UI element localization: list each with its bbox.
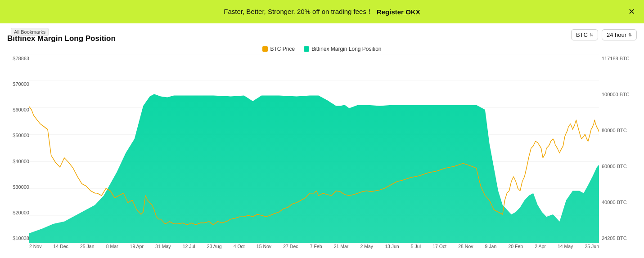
register-okx-link[interactable]: Register OKX xyxy=(377,8,420,16)
main-chart xyxy=(29,54,599,243)
chevron-up-down-icon: ⇅ xyxy=(628,32,632,37)
btc-price-legend-label: BTC Price xyxy=(270,46,295,52)
btc-price-legend-dot xyxy=(262,46,268,52)
x-axis: 2 Nov 14 Dec 25 Jan 8 Mar 19 Apr 31 May … xyxy=(5,244,639,249)
banner-text: Faster, Better, Stronger. 20% off on tra… xyxy=(224,8,373,16)
header-row: All Bookmarks Bitfinex Margin Long Posit… xyxy=(0,23,644,46)
margin-long-legend-item: Bitfinex Margin Long Position xyxy=(304,46,381,52)
margin-long-legend-dot xyxy=(304,46,309,52)
breadcrumb: All Bookmarks xyxy=(11,28,49,36)
header-controls: BTC ⇅ 24 hour ⇅ xyxy=(571,29,637,40)
banner-close-button[interactable]: ✕ xyxy=(628,7,635,17)
y-axis-left: $78863 $70000 $60000 $50000 $40000 $3000… xyxy=(5,54,29,243)
chart-svg-container: $78863 $70000 $60000 $50000 $40000 $3000… xyxy=(5,54,639,243)
chart-area: BTC Price Bitfinex Margin Long Position … xyxy=(5,46,639,253)
margin-long-area xyxy=(29,94,599,243)
btc-price-legend-item: BTC Price xyxy=(262,46,295,52)
promo-banner: Faster, Better, Stronger. 20% off on tra… xyxy=(0,0,644,23)
btc-selector-button[interactable]: BTC ⇅ xyxy=(571,29,598,40)
chart-legend: BTC Price Bitfinex Margin Long Position xyxy=(5,46,639,52)
y-axis-right: 117188 BTC 100000 BTC 80000 BTC 60000 BT… xyxy=(599,54,639,243)
chevron-up-down-icon: ⇅ xyxy=(590,32,593,37)
time-selector-button[interactable]: 24 hour ⇅ xyxy=(602,29,637,40)
margin-long-legend-label: Bitfinex Margin Long Position xyxy=(311,46,381,52)
